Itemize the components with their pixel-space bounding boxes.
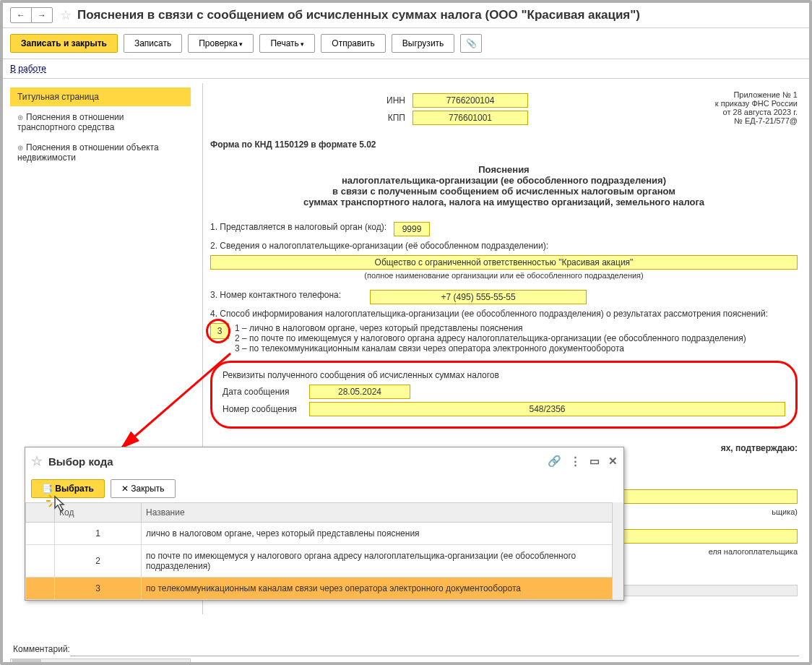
modal-vscroll[interactable] bbox=[612, 502, 623, 600]
attach-line-2: к приказу ФНС России bbox=[715, 99, 798, 108]
forward-button[interactable]: → bbox=[31, 7, 53, 23]
table-row[interactable]: 1 лично в налоговом органе, через которы… bbox=[26, 523, 623, 545]
sidebar-item-property[interactable]: Пояснения в отношении объекта недвижимос… bbox=[10, 138, 191, 167]
attach-line-1: Приложение № 1 bbox=[715, 90, 798, 99]
table-row-selected[interactable]: 3 по телекоммуникационным каналам связи … bbox=[26, 578, 623, 600]
kpp-field[interactable]: 776601001 bbox=[413, 111, 528, 125]
modal-star-icon[interactable]: ☆ bbox=[31, 453, 43, 469]
col-name[interactable]: Название bbox=[142, 503, 623, 523]
row-name: по телекоммуникационным каналам связи че… bbox=[142, 578, 623, 600]
tax-code-field[interactable]: 9999 bbox=[394, 222, 430, 236]
highlight-circle bbox=[206, 319, 230, 343]
save-button[interactable]: Записать bbox=[124, 34, 182, 53]
form-title: Пояснения налогоплательщика-организации … bbox=[210, 164, 798, 207]
msg-num-label: Номер сообщения bbox=[223, 404, 309, 414]
inn-label: ИНН bbox=[369, 95, 405, 106]
comment-input[interactable] bbox=[70, 642, 799, 656]
sidebar-item-title-page[interactable]: Титульная страница bbox=[10, 87, 191, 106]
check-button[interactable]: Проверка bbox=[188, 34, 254, 53]
org-hint: (полное наименование организации или её … bbox=[210, 271, 798, 280]
method-options: 1 – лично в налоговом органе, через кото… bbox=[235, 323, 746, 353]
star-icon[interactable]: ☆ bbox=[60, 7, 72, 23]
save-close-button[interactable]: Записать и закрыть bbox=[10, 34, 118, 53]
send-button[interactable]: Отправить bbox=[321, 34, 386, 53]
msg-date-label: Дата сообщения bbox=[223, 387, 309, 397]
phone-field[interactable]: +7 (495) 555-55-55 bbox=[370, 290, 587, 304]
comment-bar: Комментарий: bbox=[10, 639, 802, 659]
method-opt-2: 2 – по почте по имеющемуся у налогового … bbox=[235, 333, 746, 343]
sec4-label: 4. Способ информирования налогоплательщи… bbox=[210, 309, 768, 319]
status-bar: В работе bbox=[3, 59, 809, 79]
msg-num-field[interactable]: 548/2356 bbox=[309, 402, 785, 416]
code-select-modal: ☆ Выбор кода 🔗 ⋮ ▭ ✕ 📑 Выбрать ✕ Закрыть… bbox=[25, 447, 624, 601]
attach-line-4: № ЕД-7-21/577@ bbox=[715, 116, 798, 125]
ft-3: в связи с полученным сообщением об исчис… bbox=[210, 186, 798, 197]
ft-2: налогоплательщика-организации (ее обособ… bbox=[210, 175, 798, 186]
code-table: Код Название 1 лично в налоговом органе,… bbox=[25, 502, 623, 600]
modal-link-icon[interactable]: 🔗 bbox=[548, 455, 561, 468]
sidebar-item-transport[interactable]: Пояснения в отношении транспортного сред… bbox=[10, 108, 191, 137]
ft-1: Пояснения bbox=[210, 164, 798, 175]
row-code: 3 bbox=[55, 578, 142, 600]
modal-close-icon[interactable]: ✕ bbox=[608, 455, 618, 468]
row-name: по почте по имеющемуся у налогового орга… bbox=[142, 545, 623, 578]
export-button[interactable]: Выгрузить bbox=[392, 34, 455, 53]
attach-line-3: от 28 августа 2023 г. bbox=[715, 108, 798, 116]
row-code: 2 bbox=[55, 545, 142, 578]
sidebar-hscroll[interactable] bbox=[10, 658, 191, 665]
sec2-label: 2. Сведения о налогоплательщике-организа… bbox=[210, 241, 548, 251]
sec3-label: 3. Номер контактного телефона: bbox=[210, 290, 341, 300]
close-button-label: Закрыть bbox=[131, 484, 164, 494]
comment-label: Комментарий: bbox=[13, 644, 70, 654]
msg-date-field[interactable]: 28.05.2024 bbox=[309, 385, 410, 399]
modal-more-icon[interactable]: ⋮ bbox=[570, 455, 581, 468]
toolbar: Записать и закрыть Записать Проверка Печ… bbox=[3, 28, 809, 59]
table-row[interactable]: 2 по почте по имеющемуся у налогового ор… bbox=[26, 545, 623, 578]
method-opt-3: 3 – по телекоммуникационным каналам связ… bbox=[235, 343, 746, 353]
close-button[interactable]: ✕ Закрыть bbox=[111, 479, 176, 498]
titlebar: ← → ☆ Пояснения в связи с сообщением об … bbox=[3, 3, 809, 28]
form-code: Форма по КНД 1150129 в формате 5.02 bbox=[210, 140, 798, 150]
requisites-box: Реквизиты полученного сообщения об исчис… bbox=[210, 361, 798, 429]
svg-line-1 bbox=[49, 495, 52, 498]
row-code: 1 bbox=[55, 523, 142, 545]
kpp-label: КПП bbox=[369, 113, 405, 123]
back-button[interactable]: ← bbox=[10, 7, 32, 23]
attach-button[interactable]: 📎 bbox=[460, 34, 482, 53]
modal-title: Выбор кода bbox=[48, 455, 113, 468]
row-name: лично в налоговом органе, через который … bbox=[142, 523, 623, 545]
cursor-click-icon bbox=[45, 491, 71, 521]
req-title: Реквизиты полученного сообщения об исчис… bbox=[223, 370, 785, 380]
org-name-field[interactable]: Общество с ограниченной ответственностью… bbox=[210, 255, 798, 270]
window-title: Пояснения в связи с сообщением об исчисл… bbox=[77, 8, 640, 22]
inn-field[interactable]: 7766200104 bbox=[413, 93, 528, 108]
ft-4: суммах транспортного налога, налога на и… bbox=[210, 197, 798, 207]
svg-line-3 bbox=[49, 504, 52, 507]
status-link[interactable]: В работе bbox=[10, 64, 46, 74]
attachment-info: Приложение № 1 к приказу ФНС России от 2… bbox=[715, 90, 798, 125]
print-button[interactable]: Печать bbox=[259, 34, 315, 53]
modal-maximize-icon[interactable]: ▭ bbox=[589, 455, 600, 468]
sec1-label: 1. Представляется в налоговый орган (код… bbox=[210, 222, 386, 232]
method-opt-1: 1 – лично в налоговом органе, через кото… bbox=[235, 323, 746, 333]
